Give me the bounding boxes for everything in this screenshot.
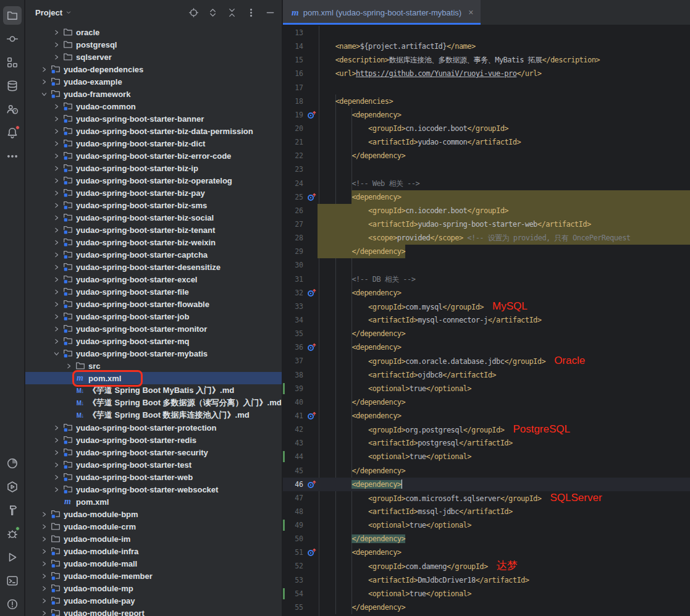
- code-line-53[interactable]: 53 <artifactId>DmJdbcDriver18</artifactI…: [283, 573, 690, 587]
- chevron-right-icon[interactable]: [51, 101, 62, 111]
- tree-item-yudao-spring-boot-starter-protection[interactable]: yudao-spring-boot-starter-protection: [25, 421, 282, 434]
- activity-bar-run-icon[interactable]: [2, 546, 22, 569]
- code-line-24[interactable]: 24 <!-- Web 相关 -->: [283, 177, 690, 190]
- chevron-right-icon[interactable]: [39, 77, 49, 86]
- chevron-down-icon[interactable]: [65, 7, 72, 18]
- tree-item-yudao-module-mall[interactable]: yudao-module-mall: [25, 557, 282, 570]
- chevron-right-icon[interactable]: [51, 324, 62, 334]
- tree-item-yudao-spring-boot-starter-biz-operatelog[interactable]: yudao-spring-boot-starter-biz-operatelog: [25, 174, 282, 187]
- chevron-right-icon[interactable]: [39, 559, 49, 568]
- tree-item-yudao-common[interactable]: yudao-common: [25, 100, 282, 112]
- code-line-54[interactable]: 54 <optional>true</optional>: [283, 587, 690, 601]
- chevron-right-icon[interactable]: [51, 126, 62, 136]
- activity-bar-more-horizontal-icon[interactable]: [2, 145, 22, 168]
- tree-item-yudao-module-pay[interactable]: yudao-module-pay: [25, 594, 282, 607]
- code-line-49[interactable]: 49 <optional>true</optional>: [283, 518, 690, 532]
- locate-icon[interactable]: [188, 7, 199, 18]
- code-line-47[interactable]: 47 <groupId>com.microsoft.sqlserver</gro…: [283, 491, 690, 505]
- chevron-right-icon[interactable]: [39, 608, 49, 616]
- tree-item-yudao-spring-boot-starter-mq[interactable]: yudao-spring-boot-starter-mq: [25, 335, 282, 347]
- chevron-right-icon[interactable]: [39, 546, 49, 556]
- maven-dependency-gutter-icon[interactable]: [307, 289, 317, 297]
- project-panel-title[interactable]: Project: [35, 8, 62, 17]
- chevron-right-icon[interactable]: [51, 52, 62, 62]
- code-line-25[interactable]: 25 <dependency>: [283, 190, 690, 204]
- chevron-right-icon[interactable]: [51, 225, 62, 235]
- chevron-right-icon[interactable]: [51, 262, 62, 272]
- code-line-31[interactable]: 31 <!-- DB 相关 -->: [283, 272, 690, 286]
- tree-item-yudao-spring-boot-starter-desensitize[interactable]: yudao-spring-boot-starter-desensitize: [25, 261, 282, 273]
- tree-item-sqlserver[interactable]: sqlserver: [25, 51, 282, 63]
- code-line-40[interactable]: 40 </dependency>: [283, 395, 690, 409]
- activity-bar-commit-icon[interactable]: [2, 27, 22, 51]
- chevron-right-icon[interactable]: [51, 423, 62, 432]
- more-vertical-icon[interactable]: [246, 7, 256, 18]
- activity-bar-problems-icon[interactable]: [2, 593, 22, 616]
- tree-item-yudao-spring-boot-starter-redis[interactable]: yudao-spring-boot-starter-redis: [25, 434, 282, 446]
- activity-bar-structure-icon[interactable]: [2, 51, 22, 74]
- activity-bar-notifications-bell-icon[interactable]: [2, 121, 22, 145]
- code-line-37[interactable]: 37 <groupId>com.oracle.database.jdbc</gr…: [283, 354, 690, 368]
- chevron-right-icon[interactable]: [39, 64, 49, 74]
- chevron-right-icon[interactable]: [51, 484, 62, 494]
- code-line-17[interactable]: 17: [283, 81, 690, 95]
- maven-dependency-gutter-icon[interactable]: [307, 343, 317, 352]
- code-line-43[interactable]: 43 <artifactId>postgresql</artifactId>: [283, 436, 690, 450]
- chevron-right-icon[interactable]: [51, 237, 62, 247]
- code-line-20[interactable]: 20 <groupId>cn.iocoder.boot</groupId>: [283, 122, 690, 135]
- tree-item-yudao-spring-boot-starter-biz-tenant[interactable]: yudao-spring-boot-starter-biz-tenant: [25, 224, 282, 236]
- maven-dependency-gutter-icon[interactable]: [307, 411, 317, 420]
- tree-item-yudao-spring-boot-starter-test[interactable]: yudao-spring-boot-starter-test: [25, 458, 282, 471]
- tab-close-icon[interactable]: ×: [468, 7, 473, 17]
- code-line-51[interactable]: 51 <dependency>: [283, 546, 690, 559]
- chevron-right-icon[interactable]: [64, 361, 74, 371]
- activity-bar-users-question-icon[interactable]: ?: [2, 98, 22, 121]
- code-line-38[interactable]: 38 <artifactId>ojdbc8</artifactId>: [283, 368, 690, 382]
- code-line-34[interactable]: 34 <artifactId>mysql-connector-j</artifa…: [283, 313, 690, 327]
- tree-item-yudao-spring-boot-starter-biz-data-permission[interactable]: yudao-spring-boot-starter-biz-data-permi…: [25, 125, 282, 137]
- code-line-46[interactable]: 46 <dependency>: [283, 478, 690, 491]
- code-line-23[interactable]: 23: [283, 162, 690, 176]
- code-editor[interactable]: 1314 <name>${project.artifactId}</name>1…: [283, 26, 690, 616]
- chevron-right-icon[interactable]: [51, 299, 62, 309]
- code-line-29[interactable]: 29 </dependency>: [283, 245, 690, 258]
- tree-item-yudao-spring-boot-starter-flowable[interactable]: yudao-spring-boot-starter-flowable: [25, 298, 282, 310]
- tree-item-yudao-module-crm[interactable]: yudao-module-crm: [25, 520, 282, 533]
- chevron-right-icon[interactable]: [51, 472, 62, 482]
- tree-item-src[interactable]: src: [25, 360, 282, 372]
- code-line-15[interactable]: 15 <description>数据库连接池、多数据源、事务、MyBatis 拓…: [283, 53, 690, 67]
- tree-item-yudao-module-member[interactable]: yudao-module-member: [25, 570, 282, 582]
- activity-bar-terminal-icon[interactable]: [2, 569, 22, 593]
- tree-item--spring-boot-md[interactable]: M↓《芋道 Spring Boot 数据库连接池入门》.md: [25, 409, 282, 421]
- tree-item-pom-xml[interactable]: mpom.xml: [25, 372, 282, 384]
- code-line-26[interactable]: 26 <groupId>cn.iocoder.boot</groupId>: [283, 204, 690, 217]
- maven-dependency-gutter-icon[interactable]: [307, 548, 317, 557]
- code-line-28[interactable]: 28 <scope>provided</scope> <!-- 设置为 prov…: [283, 231, 690, 245]
- activity-bar-build-hammer-icon[interactable]: [2, 499, 22, 522]
- tree-item-yudao-spring-boot-starter-job[interactable]: yudao-spring-boot-starter-job: [25, 310, 282, 323]
- tree-item-yudao-spring-boot-starter-biz-weixin[interactable]: yudao-spring-boot-starter-biz-weixin: [25, 236, 282, 248]
- code-line-44[interactable]: 44 <optional>true</optional>: [283, 450, 690, 463]
- chevron-right-icon[interactable]: [39, 583, 49, 593]
- code-line-39[interactable]: 39 <optional>true</optional>: [283, 382, 690, 395]
- tree-item-yudao-spring-boot-starter-biz-ip[interactable]: yudao-spring-boot-starter-biz-ip: [25, 162, 282, 174]
- maven-dependency-gutter-icon[interactable]: [307, 111, 317, 119]
- tree-item-yudao-spring-boot-starter-biz-pay[interactable]: yudao-spring-boot-starter-biz-pay: [25, 187, 282, 199]
- code-line-42[interactable]: 42 <groupId>org.postgresql</groupId>Post…: [283, 423, 690, 436]
- tree-item-yudao-spring-boot-starter-biz-sms[interactable]: yudao-spring-boot-starter-biz-sms: [25, 199, 282, 211]
- chevron-right-icon[interactable]: [51, 460, 62, 470]
- chevron-right-icon[interactable]: [51, 40, 62, 49]
- tree-item-yudao-spring-boot-starter-excel[interactable]: yudao-spring-boot-starter-excel: [25, 273, 282, 285]
- code-line-22[interactable]: 22 </dependency>: [283, 149, 690, 162]
- maven-dependency-gutter-icon[interactable]: [307, 193, 317, 201]
- chevron-right-icon[interactable]: [39, 596, 49, 605]
- chevron-right-icon[interactable]: [51, 175, 62, 185]
- chevron-right-icon[interactable]: [51, 311, 62, 321]
- code-line-19[interactable]: 19 <dependency>: [283, 108, 690, 122]
- code-line-45[interactable]: 45 </dependency>: [283, 464, 690, 478]
- chevron-right-icon[interactable]: [51, 114, 62, 124]
- tab-pom-xml[interactable]: m pom.xml (yudao-spring-boot-starter-myb…: [283, 0, 481, 25]
- tree-item-yudao-module-im[interactable]: yudao-module-im: [25, 533, 282, 545]
- chevron-right-icon[interactable]: [51, 287, 62, 297]
- activity-bar-debug-bug-icon[interactable]: [2, 522, 22, 546]
